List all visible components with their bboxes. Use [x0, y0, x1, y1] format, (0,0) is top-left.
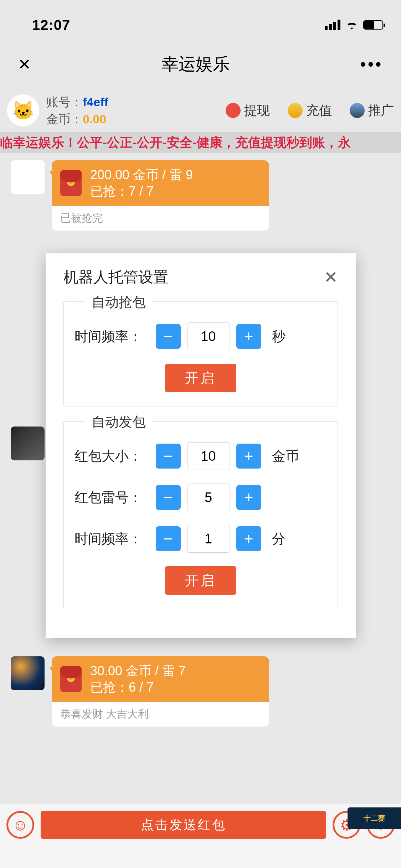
send-size-plus-button[interactable]: + [236, 444, 261, 469]
message-avatar[interactable] [11, 656, 45, 690]
nav-bar: ✕ 幸运娱乐 ••• [0, 39, 401, 89]
coin-value: 0.00 [83, 112, 106, 126]
wifi-icon [345, 20, 358, 30]
bottom-toolbar: ☺ 点击发送红包 ⚙ ＋ [0, 804, 401, 868]
send-freq-unit: 分 [272, 530, 286, 548]
coin-label: 金币： [46, 112, 83, 126]
red-packet-icon [60, 666, 82, 692]
grab-freq-unit: 秒 [272, 327, 286, 346]
red-packet-bubble[interactable]: 200.00 金币 / 雷 9 已抢：7 / 7 [52, 160, 269, 206]
hand-coin-icon [288, 103, 303, 118]
send-enable-button[interactable]: 开启 [165, 566, 236, 595]
withdraw-button[interactable]: 提现 [226, 102, 270, 119]
grab-freq-label: 时间频率： [74, 327, 149, 346]
packet-title: 30.00 金币 / 雷 7 [90, 663, 186, 679]
status-indicators [325, 20, 383, 30]
modal-title: 机器人托管设置 [63, 267, 168, 287]
cellular-signal-icon [325, 20, 340, 30]
send-size-input[interactable]: 10 [187, 442, 230, 470]
packet-title: 200.00 金币 / 雷 9 [90, 167, 193, 183]
send-size-minus-button[interactable]: − [156, 444, 181, 469]
close-icon[interactable]: ✕ [18, 55, 31, 73]
send-freq-plus-button[interactable]: + [236, 526, 261, 551]
send-mine-row: 红包雷号： − 5 + [74, 484, 327, 511]
account-label: 账号： [46, 95, 83, 109]
auto-grab-fieldset: 自动抢包 时间频率： − 10 + 秒 开启 [63, 301, 338, 407]
send-mine-minus-button[interactable]: − [156, 485, 181, 510]
page-title: 幸运娱乐 [161, 53, 230, 76]
red-packet-bubble[interactable]: 30.00 金币 / 雷 7 已抢：6 / 7 [52, 656, 269, 702]
send-freq-input[interactable]: 1 [187, 525, 230, 553]
message-avatar[interactable] [11, 427, 45, 460]
recharge-button[interactable]: 充值 [288, 102, 332, 119]
send-size-row: 红包大小： − 10 + 金币 [74, 442, 327, 470]
send-mine-input[interactable]: 5 [187, 484, 230, 511]
send-mine-label: 红包雷号： [74, 489, 149, 507]
emoji-button[interactable]: ☺ [6, 811, 34, 839]
chat-message: 30.00 金币 / 雷 7 已抢：6 / 7 恭喜发财 大吉大利 [11, 656, 390, 727]
auto-grab-legend: 自动抢包 [85, 293, 152, 311]
grab-freq-plus-button[interactable]: + [236, 324, 261, 349]
status-bar: 12:07 [0, 0, 401, 39]
grab-frequency-row: 时间频率： − 10 + 秒 [74, 322, 327, 350]
user-info-bar: 🐱 账号：f4eff 金币：0.00 提现 充值 推广 [0, 89, 401, 132]
user-text: 账号：f4eff 金币：0.00 [46, 93, 108, 128]
account-value: f4eff [83, 95, 108, 109]
red-packet-icon [60, 170, 82, 196]
avatar[interactable]: 🐱 [7, 94, 39, 126]
site-watermark: 十二赛 [348, 807, 401, 829]
recharge-label: 充值 [306, 102, 332, 119]
send-red-packet-button[interactable]: 点击发送红包 [41, 811, 326, 839]
battery-icon [363, 20, 383, 30]
packet-grabbed: 已抢：6 / 7 [90, 679, 186, 696]
promote-label: 推广 [368, 102, 394, 119]
send-mine-plus-button[interactable]: + [236, 485, 261, 510]
grab-enable-button[interactable]: 开启 [165, 364, 236, 392]
chat-message: 200.00 金币 / 雷 9 已抢：7 / 7 已被抢完 [11, 160, 390, 231]
auto-send-fieldset: 自动发包 红包大小： − 10 + 金币 红包雷号： − 5 + 时间频率： −… [63, 421, 338, 609]
send-size-unit: 金币 [272, 447, 299, 465]
promote-button[interactable]: 推广 [350, 102, 394, 119]
packet-grabbed: 已抢：7 / 7 [90, 183, 193, 200]
person-icon [350, 103, 365, 118]
send-size-label: 红包大小： [74, 447, 149, 465]
coin-stack-icon [226, 103, 241, 118]
watermark-text: 十二赛 [364, 813, 385, 823]
packet-status: 已被抢完 [52, 206, 269, 231]
packet-status: 恭喜发财 大吉大利 [52, 702, 269, 727]
smile-icon: ☺ [12, 816, 29, 834]
send-freq-minus-button[interactable]: − [156, 526, 181, 551]
send-freq-row: 时间频率： − 1 + 分 [74, 525, 327, 553]
quick-actions: 提现 充值 推广 [226, 102, 394, 119]
bot-settings-modal: 机器人托管设置 ✕ 自动抢包 时间频率： − 10 + 秒 开启 自动发包 红包… [46, 253, 356, 638]
more-icon[interactable]: ••• [360, 55, 383, 73]
message-avatar[interactable] [11, 160, 45, 194]
grab-freq-minus-button[interactable]: − [156, 324, 181, 349]
withdraw-label: 提现 [244, 102, 270, 119]
status-time: 12:07 [32, 17, 70, 33]
send-freq-label: 时间频率： [74, 530, 149, 548]
grab-freq-input[interactable]: 10 [187, 322, 230, 350]
auto-send-legend: 自动发包 [85, 413, 152, 431]
modal-close-icon[interactable]: ✕ [324, 268, 338, 287]
